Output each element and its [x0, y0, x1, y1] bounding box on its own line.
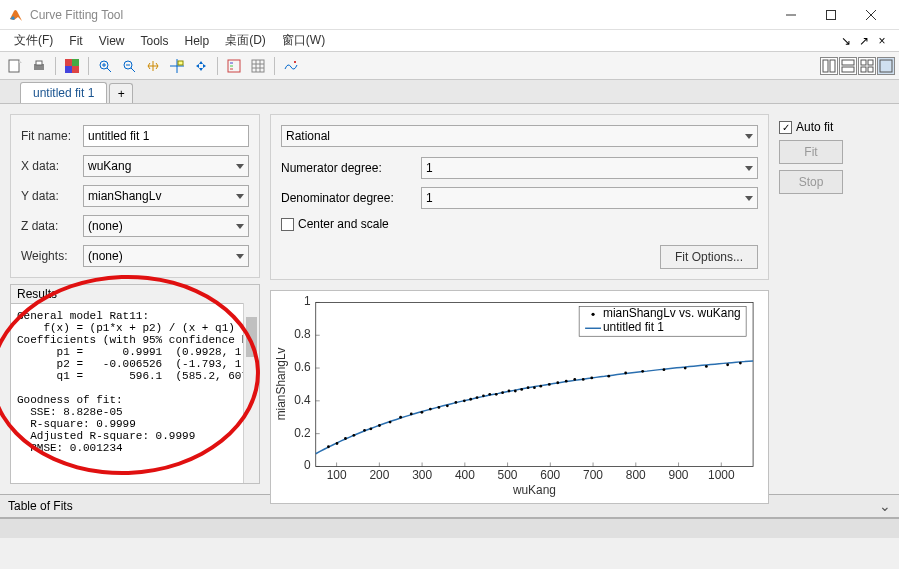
maximize-button[interactable] [811, 1, 851, 29]
plot-panel[interactable]: 0 0.2 0.4 0.6 0.8 1 100 200 300 400 500 [270, 290, 769, 504]
svg-point-84 [437, 406, 440, 409]
reset-view-icon[interactable] [190, 55, 212, 77]
xdata-select[interactable]: wuKang [83, 155, 249, 177]
weights-label: Weights: [21, 249, 77, 263]
svg-point-90 [482, 394, 485, 397]
svg-rect-34 [861, 60, 866, 65]
layout-3-icon[interactable] [858, 57, 876, 75]
print-icon[interactable] [28, 55, 50, 77]
svg-rect-20 [228, 60, 240, 72]
svg-point-109 [663, 368, 666, 371]
fit-options-button[interactable]: Fit Options... [660, 245, 758, 269]
numerator-select[interactable]: 1 [421, 157, 758, 179]
auto-fit-label: Auto fit [796, 120, 833, 134]
fitname-label: Fit name: [21, 129, 77, 143]
model-select[interactable]: Rational [281, 125, 758, 147]
layout-4-icon[interactable] [877, 57, 895, 75]
svg-line-15 [131, 68, 135, 72]
titlebar: Curve Fitting Tool [0, 0, 899, 30]
menu-window[interactable]: 窗口(W) [274, 30, 333, 51]
svg-point-98 [533, 386, 536, 389]
stop-button[interactable]: Stop [779, 170, 843, 194]
svg-point-80 [399, 416, 402, 419]
grid-icon[interactable] [247, 55, 269, 77]
weights-select[interactable]: (none) [83, 245, 249, 267]
toolbar [0, 52, 899, 80]
fit-button[interactable]: Fit [779, 140, 843, 164]
residuals-icon[interactable] [280, 55, 302, 77]
svg-rect-31 [830, 60, 835, 72]
data-cursor-icon[interactable] [166, 55, 188, 77]
collapse-arrow-icon[interactable]: ⌄ [879, 498, 891, 514]
menubar: 文件(F) Fit View Tools Help 桌面(D) 窗口(W) ↘ … [0, 30, 899, 52]
close-button[interactable] [851, 1, 891, 29]
svg-rect-9 [65, 66, 72, 73]
svg-rect-8 [72, 59, 79, 66]
minimize-button[interactable] [771, 1, 811, 29]
svg-point-74 [344, 437, 347, 440]
svg-point-108 [641, 370, 644, 373]
svg-text:200: 200 [369, 468, 389, 482]
menu-view[interactable]: View [91, 32, 133, 50]
menu-tools[interactable]: Tools [132, 32, 176, 50]
tab-add-button[interactable]: + [109, 83, 133, 103]
undock-icon[interactable]: ↗ [857, 34, 871, 48]
svg-text:1: 1 [304, 294, 311, 308]
svg-point-112 [726, 363, 729, 366]
data-panel: Fit name: X data: wuKang Y data: mianSha… [10, 114, 260, 278]
pan-icon[interactable] [142, 55, 164, 77]
results-scrollbar[interactable] [243, 303, 259, 483]
svg-point-73 [336, 442, 339, 445]
svg-point-102 [565, 380, 568, 383]
menu-desktop[interactable]: 桌面(D) [217, 30, 274, 51]
svg-point-86 [454, 401, 457, 404]
zoom-out-icon[interactable] [118, 55, 140, 77]
ylabel: mianShangLv [274, 347, 288, 420]
status-bar [0, 518, 899, 538]
palette-icon[interactable] [61, 55, 83, 77]
svg-text:500: 500 [498, 468, 518, 482]
results-text[interactable]: General model Rat11: f(x) = (p1*x + p2) … [11, 304, 259, 483]
svg-text:700: 700 [583, 468, 603, 482]
svg-rect-32 [842, 60, 854, 65]
plot-legend: mianShangLv vs. wuKang untitled fit 1 [579, 306, 746, 336]
menu-help[interactable]: Help [176, 32, 217, 50]
svg-point-79 [389, 421, 392, 424]
svg-point-96 [520, 388, 523, 391]
new-fit-icon[interactable] [4, 55, 26, 77]
svg-point-101 [556, 381, 559, 384]
svg-text:300: 300 [412, 468, 432, 482]
svg-point-97 [527, 386, 530, 389]
tab-untitled-fit[interactable]: untitled fit 1 [20, 82, 107, 103]
svg-point-107 [624, 372, 627, 375]
window-title: Curve Fitting Tool [30, 8, 771, 22]
denominator-select[interactable]: 1 [421, 187, 758, 209]
svg-rect-6 [36, 61, 42, 65]
svg-rect-33 [842, 67, 854, 72]
svg-point-95 [514, 390, 517, 393]
svg-text:mianShangLv vs. wuKang: mianShangLv vs. wuKang [603, 306, 741, 320]
svg-text:600: 600 [540, 468, 560, 482]
svg-point-104 [582, 378, 585, 381]
fit-tabbar: untitled fit 1 + [0, 80, 899, 104]
dock-arrow-icon[interactable]: ↘ [839, 34, 853, 48]
legend-icon[interactable] [223, 55, 245, 77]
svg-text:100: 100 [327, 468, 347, 482]
zoom-in-icon[interactable] [94, 55, 116, 77]
close-panel-icon[interactable]: × [875, 34, 889, 48]
results-title: Results [11, 285, 259, 304]
fitname-input[interactable] [83, 125, 249, 147]
layout-1-icon[interactable] [820, 57, 838, 75]
svg-point-82 [420, 411, 423, 414]
zdata-select[interactable]: (none) [83, 215, 249, 237]
auto-fit-checkbox[interactable] [779, 121, 792, 134]
svg-point-91 [488, 393, 491, 396]
xlabel: wuKang [512, 483, 556, 497]
svg-point-29 [294, 61, 296, 63]
ydata-select[interactable]: mianShangLv [83, 185, 249, 207]
center-scale-checkbox[interactable] [281, 218, 294, 231]
xdata-label: X data: [21, 159, 77, 173]
layout-2-icon[interactable] [839, 57, 857, 75]
menu-fit[interactable]: Fit [61, 32, 90, 50]
menu-file[interactable]: 文件(F) [6, 30, 61, 51]
